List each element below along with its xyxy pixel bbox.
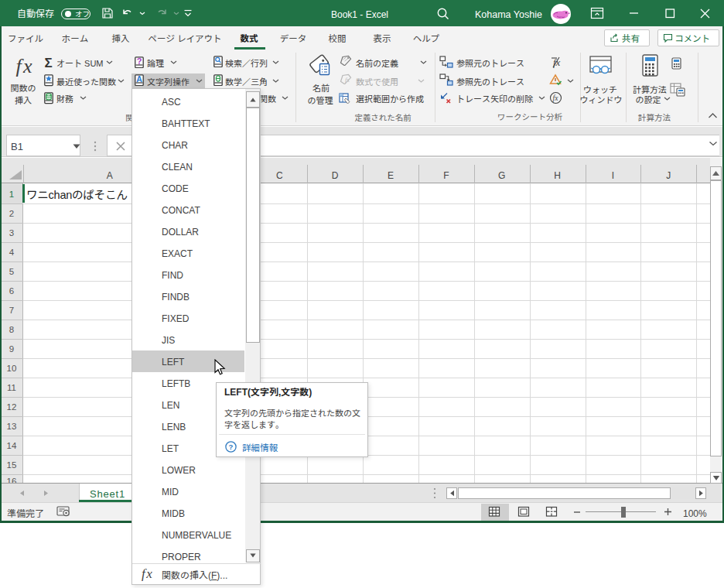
svg-text:fx: fx [553, 94, 559, 102]
svg-text:?: ? [229, 443, 234, 451]
svg-text:fx: fx [345, 77, 350, 84]
svg-text:A: A [136, 74, 142, 84]
svg-text:?: ? [137, 56, 142, 66]
